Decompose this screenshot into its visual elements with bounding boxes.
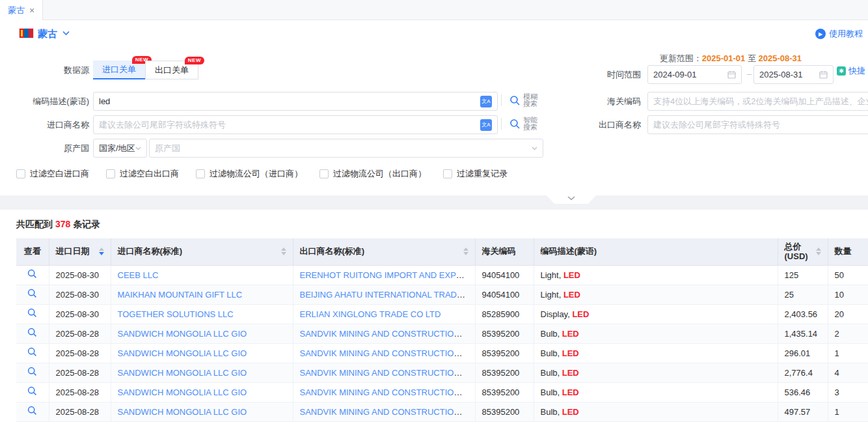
collapse-filter-handle[interactable] bbox=[547, 195, 596, 204]
importer-link[interactable]: MAIKHAN MOUNTAIN GIFT LLC bbox=[118, 290, 243, 300]
col-price[interactable]: 总价(USD) bbox=[778, 238, 828, 265]
exporter-link[interactable]: SANDVIK MINING AND CONSTRUCTION L... bbox=[300, 407, 474, 417]
tab-import-declarations[interactable]: 进口关单 NEW bbox=[93, 61, 145, 79]
result-count-text: 共匹配到378条记录 bbox=[16, 219, 100, 231]
tab-export-declarations[interactable]: 出口关单 NEW bbox=[145, 61, 198, 79]
view-detail-button[interactable] bbox=[27, 367, 37, 376]
table-row: 2025-08-30 TOGETHER SOLUTIONS LLC ERLIAN… bbox=[16, 304, 868, 324]
importer-link[interactable]: SANDWICH MONGOLIA LLC GIO bbox=[118, 348, 247, 358]
importer-cell: MAIKHAN MOUNTAIN GIFT LLC bbox=[111, 285, 293, 304]
exporter-link[interactable]: ERENHOT RUITONG IMPORT AND EXPORT ... bbox=[300, 270, 476, 280]
keyword-highlight: LED bbox=[562, 329, 579, 339]
results-panel: 共匹配到378条记录 查看 进口日期 进口商名称(标准) bbox=[0, 210, 868, 422]
tab-import-label: 进口关单 bbox=[102, 64, 136, 76]
view-detail-button[interactable] bbox=[27, 269, 37, 279]
chevron-down-icon[interactable] bbox=[62, 31, 70, 36]
hs-code-input[interactable] bbox=[653, 96, 868, 106]
tab-export-label: 出口关单 bbox=[155, 64, 189, 76]
exporter-cell: SANDVIK MINING AND CONSTRUCTION L... bbox=[293, 343, 475, 363]
quick-select-label: 快捷 bbox=[848, 65, 865, 77]
checkbox-icon[interactable] bbox=[106, 169, 115, 178]
keyword-highlight: LED bbox=[562, 387, 579, 397]
checkbox-filter-duplicates[interactable]: 过滤重复记录 bbox=[443, 168, 508, 180]
calendar-icon bbox=[727, 70, 736, 79]
translate-icon[interactable]: 文A bbox=[480, 119, 492, 131]
view-detail-button[interactable] bbox=[27, 347, 37, 357]
checkbox-icon[interactable] bbox=[16, 169, 25, 178]
importer-cell: SANDWICH MONGOLIA LLC GIO bbox=[111, 363, 293, 382]
exporter-link[interactable]: SANDVIK MINING AND CONSTRUCTION L... bbox=[300, 329, 474, 339]
magnifier-icon bbox=[27, 269, 37, 279]
sort-icon[interactable] bbox=[281, 247, 286, 255]
origin-field bbox=[149, 139, 543, 158]
data-source-label: 数据源 bbox=[11, 64, 89, 76]
importer-link[interactable]: SANDWICH MONGOLIA LLC GIO bbox=[118, 329, 247, 339]
divider bbox=[501, 94, 502, 106]
close-icon[interactable]: × bbox=[29, 6, 34, 15]
checkbox-icon[interactable] bbox=[196, 169, 205, 178]
keyword-highlight: LED bbox=[563, 270, 580, 280]
hs-code-cell: 94054100 bbox=[475, 285, 534, 304]
importer-link[interactable]: SANDWICH MONGOLIA LLC GIO bbox=[118, 387, 247, 397]
importer-link[interactable]: SANDWICH MONGOLIA LLC GIO bbox=[118, 368, 247, 378]
exporter-link[interactable]: BEIJING AHATU INTERNATIONAL TRADE C... bbox=[300, 290, 476, 300]
importer-cell: CEEB LLC bbox=[111, 265, 293, 285]
code-desc-label: 编码描述(蒙语) bbox=[11, 96, 89, 107]
fuzzy-search-button[interactable]: 模糊 搜索 bbox=[501, 93, 537, 107]
origin-input[interactable] bbox=[155, 143, 532, 153]
view-detail-button[interactable] bbox=[27, 288, 37, 298]
checkbox-filter-logistics-exporter[interactable]: 过滤物流公司（出口商） bbox=[319, 168, 426, 180]
table-row: 2025-08-28 SANDWICH MONGOLIA LLC GIO SAN… bbox=[16, 343, 868, 363]
view-cell bbox=[16, 382, 49, 402]
keyword-highlight: LED bbox=[562, 348, 579, 358]
qty-cell: 50 bbox=[828, 265, 868, 285]
exporter-link[interactable]: SANDVIK MINING AND CONSTRUCTION L... bbox=[300, 348, 474, 358]
date-from-input[interactable]: 2024-09-01 bbox=[647, 65, 742, 84]
checkbox-filter-logistics-importer[interactable]: 过滤物流公司（进口商） bbox=[196, 168, 303, 180]
col-import-date[interactable]: 进口日期 bbox=[49, 238, 111, 265]
checkbox-filter-blank-exporter[interactable]: 过滤空白出口商 bbox=[106, 168, 179, 180]
tab-mongolia[interactable]: 蒙古 × bbox=[0, 0, 43, 20]
view-detail-button[interactable] bbox=[27, 328, 37, 337]
checkbox-filter-blank-importer[interactable]: 过滤空白进口商 bbox=[16, 168, 89, 180]
checkbox-icon[interactable] bbox=[319, 169, 329, 178]
checkbox-icon[interactable] bbox=[443, 169, 452, 178]
origin-label: 原产国 bbox=[11, 143, 89, 154]
translate-icon[interactable]: 文A bbox=[480, 96, 492, 107]
view-detail-button[interactable] bbox=[27, 308, 37, 318]
exporter-link[interactable]: SANDVIK MINING AND CONSTRUCTION L... bbox=[300, 387, 474, 397]
exporter-link[interactable]: SANDVIK MINING AND CONSTRUCTION L... bbox=[300, 368, 474, 378]
sort-icon[interactable] bbox=[816, 247, 821, 255]
exporter-link[interactable]: ERLIAN XINGLONG TRADE CO LTD bbox=[300, 309, 441, 319]
importer-link[interactable]: TOGETHER SOLUTIONS LLC bbox=[118, 309, 234, 319]
importer-input[interactable] bbox=[99, 120, 480, 130]
table-header-row: 查看 进口日期 进口商名称(标准) 出口商名称(标准) 海关编码 bbox=[16, 238, 868, 265]
tab-label: 蒙古 bbox=[8, 5, 25, 16]
importer-link[interactable]: CEEB LLC bbox=[118, 270, 159, 280]
sort-icon[interactable] bbox=[463, 247, 468, 255]
panel-separator bbox=[0, 195, 868, 210]
desc-cell: Bulb, LED bbox=[534, 324, 778, 343]
view-detail-button[interactable] bbox=[27, 386, 37, 396]
desc-cell: Bulb, LED bbox=[534, 382, 778, 402]
country-selector-label[interactable]: 蒙古 bbox=[38, 28, 57, 40]
importer-link[interactable]: SANDWICH MONGOLIA LLC GIO bbox=[118, 407, 247, 417]
col-exporter[interactable]: 出口商名称(标准) bbox=[293, 238, 475, 265]
desc-cell: Bulb, LED bbox=[534, 343, 778, 363]
tutorial-icon: ▶ bbox=[815, 29, 826, 39]
sort-icon[interactable] bbox=[99, 247, 104, 255]
new-badge: NEW bbox=[185, 57, 204, 64]
col-importer[interactable]: 进口商名称(标准) bbox=[111, 238, 293, 265]
smart-search-button[interactable]: 智能 搜索 bbox=[501, 117, 537, 131]
tutorial-link[interactable]: ▶ 使用教程 bbox=[815, 28, 863, 40]
exporter-input[interactable] bbox=[653, 120, 868, 130]
table-row: 2025-08-28 SANDWICH MONGOLIA LLC GIO SAN… bbox=[16, 402, 868, 421]
view-detail-button[interactable] bbox=[27, 406, 37, 415]
origin-type-select[interactable]: 国家/地区 bbox=[93, 139, 147, 158]
exporter-cell: ERENHOT RUITONG IMPORT AND EXPORT ... bbox=[293, 265, 475, 285]
qty-cell: 1 bbox=[828, 402, 868, 421]
quick-select-button[interactable]: ✱ 快捷 bbox=[837, 65, 865, 77]
price-cell: 1,435.14 bbox=[778, 324, 828, 343]
date-to-input[interactable]: 2025-08-31 bbox=[753, 65, 834, 84]
code-desc-input[interactable] bbox=[99, 96, 480, 106]
